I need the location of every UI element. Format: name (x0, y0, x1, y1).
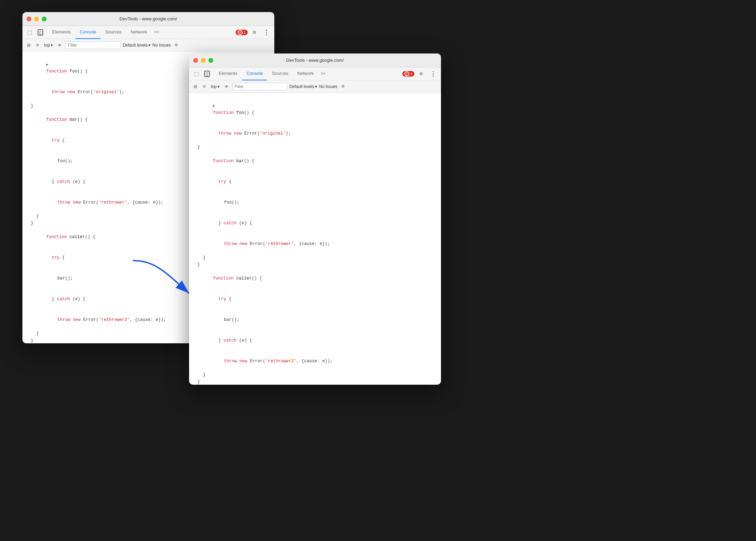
block-icon-btn-1[interactable]: ⊘ (34, 42, 41, 48)
code-line-w2-11: function caller() { (189, 268, 441, 289)
device-icon-1: ▯ (38, 29, 43, 36)
inspect-icon-1: ⬚ (27, 29, 32, 36)
devtools-window-2: DevTools - www.google.com/ ⬚ ▯ Elements … (189, 53, 441, 385)
device-icon-2: ▯ (204, 71, 210, 77)
code-line-w2-10: } (189, 261, 441, 268)
chevron-down-icon-levels-1: ▾ (148, 43, 150, 48)
code-line-w2-15: throw new Error('rethrower2', {cause: e}… (189, 351, 441, 372)
settings-icon-btn-1[interactable]: ⚙ (251, 29, 258, 36)
code-line-w2-7: } catch (e) { (189, 213, 441, 234)
tab-network-1[interactable]: Network (127, 26, 151, 39)
close-button-2[interactable] (193, 58, 198, 63)
code-line-w2-14: } catch (e) { (189, 330, 441, 351)
tabs-1: Elements Console Sources Network >> (47, 26, 162, 39)
eye-icon-1: 👁 (58, 43, 62, 47)
sidebar-icon-btn-1[interactable]: ▤ (25, 42, 32, 48)
tab-sources-2[interactable]: Sources (268, 67, 293, 80)
settings-icon-btn-2[interactable]: ⚙ (417, 70, 425, 78)
gear-console-icon-1: ⚙ (175, 43, 178, 47)
code-line-w2-2: throw new Error('original'); (189, 123, 441, 144)
minimize-button-2[interactable] (201, 58, 206, 63)
block-icon-btn-2[interactable]: ⊘ (201, 83, 207, 90)
minimize-button-1[interactable] (34, 17, 39, 21)
device-icon-btn-1[interactable]: ▯ (36, 28, 45, 37)
window-title-1: DevTools - www.google.com/ (120, 16, 177, 21)
code-line-w2-4: function bar() { (189, 151, 441, 171)
code-line-w2-3: } (189, 144, 441, 151)
block-icon-1: ⊘ (36, 43, 39, 47)
filter-input-1[interactable] (66, 41, 121, 49)
code-line-w2-13: bar(); (189, 309, 441, 330)
block-icon-2: ⊘ (203, 84, 206, 89)
settings-console-icon-btn-1[interactable]: ⚙ (173, 42, 180, 48)
more-icon-1: ⋮ (263, 29, 269, 36)
code-line-w2-8: throw new Error('rethrower', {cause: e})… (189, 234, 441, 254)
eye-icon-btn-2[interactable]: 👁 (223, 83, 230, 90)
no-issues-btn-2[interactable]: No Issues (319, 84, 337, 89)
filter-input-2[interactable] (232, 83, 287, 90)
tab-more-2[interactable]: >> (318, 67, 327, 80)
settings-console-icon-btn-2[interactable]: ⚙ (340, 83, 346, 90)
code-line-w2-1: ▶ function foo() { (189, 96, 441, 123)
tab-bar-1: ⬚ ▯ Elements Console Sources Network >> (22, 26, 274, 39)
sidebar-icon-1: ▤ (27, 43, 30, 47)
sidebar-icon-btn-2[interactable]: ▤ (192, 83, 199, 90)
more-icon-2: ⋮ (430, 70, 436, 78)
chevron-down-icon-levels-2: ▾ (315, 84, 317, 89)
code-line-w2-5: try { (189, 171, 441, 192)
default-levels-btn-1[interactable]: Default levels ▾ (123, 43, 150, 48)
gear-icon-1: ⚙ (253, 30, 256, 35)
tab-elements-2[interactable]: Elements (215, 67, 242, 80)
title-bar-2: DevTools - www.google.com/ (189, 53, 441, 67)
tab-console-2[interactable]: Console (242, 67, 267, 80)
chevron-down-icon-2: ▾ (217, 84, 219, 89)
window-controls-2 (193, 58, 213, 63)
no-issues-btn-1[interactable]: No Issues (153, 43, 171, 48)
more-icon-btn-1[interactable]: ⋮ (261, 27, 272, 38)
chevron-down-icon-1: ▾ (51, 43, 53, 48)
default-levels-btn-2[interactable]: Default levels ▾ (289, 84, 317, 89)
maximize-button-2[interactable] (208, 58, 213, 63)
maximize-button-1[interactable] (42, 17, 47, 21)
window-controls-1 (27, 17, 47, 21)
error-badge-2[interactable]: ✕ 1 (402, 71, 414, 77)
title-bar-1: DevTools - www.google.com/ (22, 12, 274, 26)
code-line-w2-17: } (189, 378, 441, 384)
eye-icon-btn-1[interactable]: 👁 (56, 42, 63, 48)
eye-icon-2: 👁 (225, 85, 228, 89)
more-icon-btn-2[interactable]: ⋮ (428, 69, 438, 79)
code-area-2: ▶ function foo() { throw new Error('orig… (189, 93, 441, 384)
inspect-icon-btn-1[interactable]: ⬚ (25, 28, 34, 37)
inspect-icon-2: ⬚ (194, 71, 199, 77)
code-line-w2-6: foo(); (189, 192, 441, 213)
code-line-w2-9: } (189, 254, 441, 261)
code-line-w2-12: try { (189, 289, 441, 309)
tab-network-2[interactable]: Network (293, 67, 318, 80)
tabs-2: Elements Console Sources Network >> (213, 67, 329, 80)
error-x-icon-2: ✕ (404, 71, 409, 76)
window-title-2: DevTools - www.google.com/ (286, 58, 344, 63)
close-button-1[interactable] (27, 17, 31, 21)
tab-more-1[interactable]: >> (152, 26, 161, 39)
error-badge-1[interactable]: ✕ 1 (236, 30, 248, 35)
inspect-icon-btn-2[interactable]: ⬚ (192, 69, 201, 78)
gear-console-icon-2: ⚙ (341, 84, 345, 89)
console-toolbar-2: ▤ ⊘ top ▾ 👁 Default levels ▾ No Issues ⚙ (189, 80, 441, 93)
collapse-arrow-1[interactable]: ▶ (46, 62, 48, 68)
code-line-w2-16: } (189, 372, 441, 378)
tab-sources-1[interactable]: Sources (101, 26, 126, 39)
tab-bar-2: ⬚ ▯ Elements Console Sources Network >> (189, 67, 441, 80)
collapse-arrow-2[interactable]: ▶ (213, 104, 215, 109)
device-icon-btn-2[interactable]: ▯ (202, 69, 212, 78)
top-dropdown-2[interactable]: top ▾ (209, 83, 221, 90)
gear-icon-2: ⚙ (419, 71, 423, 76)
tab-elements-1[interactable]: Elements (48, 26, 75, 39)
tab-console-1[interactable]: Console (76, 26, 100, 39)
top-dropdown-1[interactable]: top ▾ (43, 42, 54, 48)
error-x-icon-1: ✕ (238, 30, 243, 35)
console-toolbar-1: ▤ ⊘ top ▾ 👁 Default levels ▾ No Issues ⚙ (22, 39, 274, 51)
sidebar-icon-2: ▤ (194, 84, 197, 89)
